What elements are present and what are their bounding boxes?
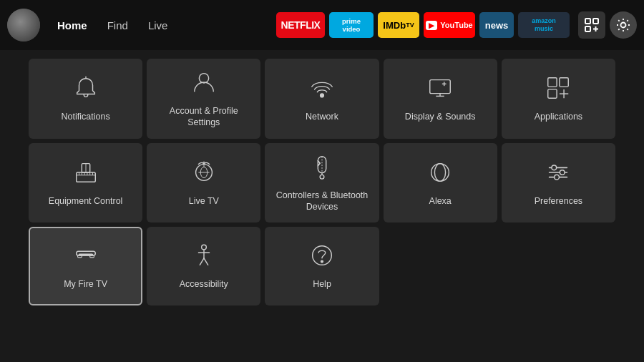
svg-point-7 — [199, 74, 208, 83]
tile-help[interactable]: Help — [265, 227, 379, 305]
tile-display-sounds[interactable]: Display & Sounds — [384, 59, 497, 139]
svg-rect-16 — [548, 89, 557, 98]
svg-point-46 — [552, 165, 557, 170]
tile-equipment-control[interactable]: Equipment Control — [29, 143, 142, 223]
settings-row-1: Notifications Account & Profile Settings — [29, 59, 615, 139]
svg-point-42 — [431, 167, 449, 177]
display-sounds-label: Display & Sounds — [405, 111, 476, 122]
equipment-label: Equipment Control — [49, 195, 123, 207]
svg-point-53 — [201, 245, 206, 250]
notifications-icon — [72, 74, 99, 105]
tile-alexa[interactable]: Alexa — [384, 143, 497, 223]
accessibility-icon — [190, 242, 218, 273]
preferences-label: Preferences — [535, 195, 582, 207]
svg-rect-14 — [548, 78, 557, 87]
streaming-apps: NETFLIX primevideo IMDbTV ▶ YouTube news… — [276, 12, 570, 38]
svg-rect-2 — [585, 26, 590, 31]
equipment-icon — [72, 159, 99, 190]
settings-icon-button[interactable] — [610, 11, 637, 39]
empty-cell-1 — [384, 227, 497, 305]
grid-icon-button[interactable] — [578, 11, 605, 39]
nav-home[interactable]: Home — [49, 15, 96, 36]
alexa-icon — [426, 159, 454, 190]
news-app[interactable]: news — [479, 12, 514, 38]
nav-live[interactable]: Live — [140, 15, 177, 36]
tile-applications[interactable]: Applications — [502, 59, 615, 139]
live-tv-label: Live TV — [189, 195, 219, 207]
tile-live-tv[interactable]: Live TV — [147, 143, 260, 223]
tile-preferences[interactable]: Preferences — [502, 143, 615, 223]
prime-video-app[interactable]: primevideo — [329, 12, 374, 38]
settings-container: Notifications Account & Profile Settings — [0, 50, 644, 314]
tile-notifications[interactable]: Notifications — [29, 59, 142, 139]
youtube-app[interactable]: ▶ YouTube — [424, 12, 475, 38]
svg-rect-52 — [89, 255, 94, 258]
account-label: Account & Profile Settings — [154, 105, 253, 129]
svg-rect-15 — [560, 78, 568, 87]
svg-point-47 — [560, 170, 565, 175]
nav-links: Home Find Live — [49, 15, 176, 36]
display-icon — [426, 74, 454, 105]
netflix-app[interactable]: NETFLIX — [276, 12, 325, 38]
tile-my-fire-tv[interactable]: My Fire TV — [29, 227, 142, 305]
svg-point-36 — [320, 175, 324, 179]
settings-row-3: My Fire TV Accessibility — [29, 227, 615, 305]
tile-controllers-bluetooth[interactable]: Controllers & Bluetooth Devices — [265, 143, 379, 223]
controllers-label: Controllers & Bluetooth Devices — [272, 190, 371, 213]
account-icon — [190, 69, 218, 99]
live-tv-icon — [190, 159, 218, 190]
svg-point-40 — [431, 163, 449, 181]
tile-account-profile[interactable]: Account & Profile Settings — [147, 59, 260, 139]
applications-icon — [545, 74, 572, 105]
notifications-label: Notifications — [62, 111, 110, 122]
network-icon — [308, 74, 336, 105]
settings-row-2: Equipment Control Live TV — [29, 143, 615, 223]
tile-accessibility[interactable]: Accessibility — [147, 227, 260, 305]
svg-rect-1 — [593, 19, 598, 24]
imdb-app[interactable]: IMDbTV — [378, 12, 419, 38]
svg-point-59 — [321, 261, 323, 263]
svg-point-41 — [435, 163, 446, 181]
svg-rect-0 — [585, 19, 590, 24]
empty-cell-2 — [502, 227, 615, 305]
svg-rect-51 — [77, 255, 82, 258]
avatar[interactable] — [7, 9, 40, 41]
top-nav: Home Find Live NETFLIX primevideo IMDbTV… — [0, 0, 644, 50]
tile-network[interactable]: Network — [265, 59, 379, 139]
my-fire-tv-label: My Fire TV — [64, 278, 107, 290]
nav-find[interactable]: Find — [99, 15, 137, 36]
preferences-icon — [545, 159, 572, 190]
svg-point-8 — [321, 94, 324, 97]
svg-point-48 — [555, 175, 560, 180]
controllers-icon — [308, 153, 336, 184]
help-label: Help — [313, 278, 331, 290]
help-icon — [308, 242, 336, 273]
my-fire-tv-icon — [72, 242, 99, 273]
nav-icons — [578, 11, 637, 39]
applications-label: Applications — [535, 111, 582, 122]
network-label: Network — [306, 111, 338, 122]
svg-line-56 — [200, 258, 204, 265]
alexa-label: Alexa — [429, 195, 452, 207]
svg-line-57 — [204, 258, 208, 265]
accessibility-label: Accessibility — [180, 278, 228, 290]
svg-point-5 — [621, 23, 626, 28]
svg-rect-9 — [430, 80, 451, 94]
amazon-music-app[interactable]: amazonmusic — [518, 12, 570, 38]
